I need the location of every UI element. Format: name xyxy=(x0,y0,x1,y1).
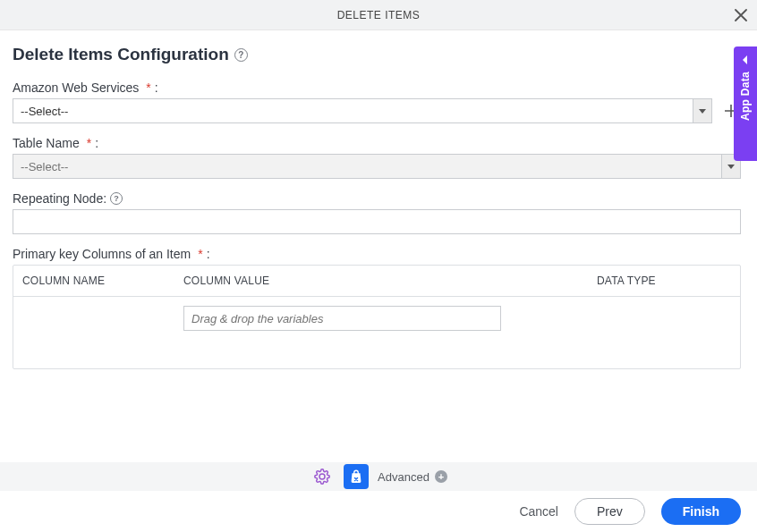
app-data-label: App Data xyxy=(739,72,752,121)
bottom-toolbar: Advanced + xyxy=(0,462,757,491)
aws-select-value[interactable] xyxy=(13,98,693,123)
app-data-panel-toggle[interactable]: App Data xyxy=(734,46,757,161)
footer-actions: Cancel Prev Finish xyxy=(0,491,757,532)
settings-button[interactable] xyxy=(310,464,335,489)
chevron-left-icon xyxy=(741,55,750,64)
advanced-label: Advanced xyxy=(378,470,430,484)
content-area: Delete Items Configuration ? Amazon Web … xyxy=(0,30,757,391)
required-mark: * xyxy=(87,136,91,150)
prev-button[interactable]: Prev xyxy=(574,498,645,525)
repeating-node-label: Repeating Node: ? xyxy=(13,191,741,206)
dialog-title: DELETE ITEMS xyxy=(337,9,421,21)
table-body xyxy=(13,297,740,368)
advanced-toggle[interactable]: Advanced + xyxy=(378,470,447,484)
help-icon[interactable]: ? xyxy=(110,192,123,205)
col-header-value: COLUMN VALUE xyxy=(183,274,597,287)
table-name-label: Table Name *: xyxy=(13,136,741,150)
help-icon[interactable]: ? xyxy=(234,48,248,62)
table-header: COLUMN NAME COLUMN VALUE DATA TYPE xyxy=(13,266,740,297)
required-mark: * xyxy=(146,80,150,95)
close-button[interactable] xyxy=(732,6,750,24)
table-name-select[interactable] xyxy=(13,154,741,179)
gear-icon xyxy=(314,469,330,485)
required-mark: * xyxy=(198,247,202,261)
column-value-drop-input[interactable] xyxy=(183,306,501,331)
col-header-name: COLUMN NAME xyxy=(22,274,183,287)
bag-x-icon xyxy=(348,469,364,485)
aws-select-caret[interactable] xyxy=(693,98,712,123)
aws-label: Amazon Web Services *: xyxy=(13,80,741,95)
close-icon xyxy=(735,9,747,21)
cancel-button[interactable]: Cancel xyxy=(519,504,558,519)
primary-key-label: Primary key Columns of an Item *: xyxy=(13,247,741,261)
repeating-node-input[interactable] xyxy=(13,209,741,234)
page-title-text: Delete Items Configuration xyxy=(13,45,229,64)
chevron-down-icon xyxy=(727,165,735,169)
chevron-down-icon xyxy=(699,109,706,114)
plus-circle-icon: + xyxy=(435,470,447,483)
page-title: Delete Items Configuration ? xyxy=(13,45,741,64)
finish-button[interactable]: Finish xyxy=(661,498,741,525)
shopping-bag-button[interactable] xyxy=(344,464,369,489)
field-repeating-node: Repeating Node: ? xyxy=(13,191,741,234)
field-table-name: Table Name *: xyxy=(13,136,741,179)
primary-key-table: COLUMN NAME COLUMN VALUE DATA TYPE xyxy=(13,265,741,369)
title-bar: DELETE ITEMS xyxy=(0,0,757,30)
col-header-type: DATA TYPE xyxy=(597,274,731,287)
table-name-select-value[interactable] xyxy=(13,154,721,179)
aws-select[interactable] xyxy=(13,98,712,123)
field-aws: Amazon Web Services *: xyxy=(13,80,741,123)
field-primary-key: Primary key Columns of an Item *: COLUMN… xyxy=(13,247,741,369)
